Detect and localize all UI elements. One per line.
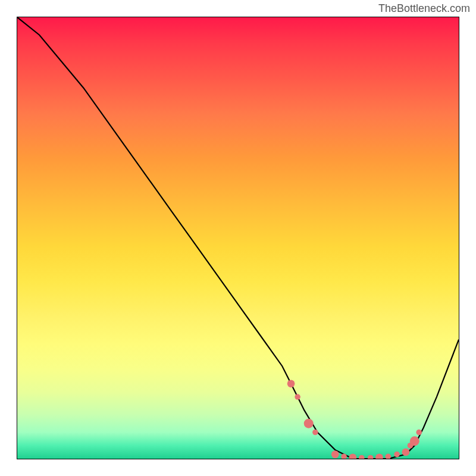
chart-svg [17, 17, 459, 459]
marker-point [416, 430, 422, 436]
marker-point [359, 455, 365, 459]
marker-point [287, 380, 295, 387]
marker-point [331, 450, 339, 458]
marker-point [312, 430, 318, 436]
chart-plot-area [17, 17, 459, 459]
watermark-text: TheBottleneck.com [378, 2, 470, 15]
bottleneck-curve-line [17, 17, 459, 459]
marker-point [410, 436, 419, 446]
marker-point [386, 454, 392, 459]
marker-point [394, 452, 400, 458]
marker-point [295, 394, 300, 400]
highlight-markers [287, 380, 422, 459]
marker-point [304, 419, 314, 428]
marker-point [341, 454, 347, 459]
marker-point [349, 453, 356, 459]
marker-point [368, 455, 374, 459]
marker-point [402, 448, 410, 456]
marker-point [375, 453, 383, 459]
